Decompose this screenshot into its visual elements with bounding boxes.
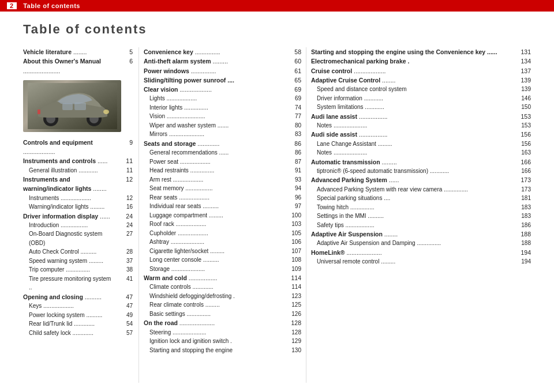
section-title: About this Owner's Manual ..............… bbox=[23, 56, 117, 76]
toc-sub-entry: General recommendations ...... 86 bbox=[144, 148, 301, 157]
sub-page-ref: 130 bbox=[285, 346, 301, 355]
toc-sub-entry: Cigarette lighter/socket ......... 107 bbox=[144, 247, 301, 256]
sub-label: Power seat ................... bbox=[149, 157, 285, 167]
page-ref: 139 bbox=[515, 76, 531, 85]
sub-label: Driver information ............ bbox=[317, 94, 515, 103]
sub-page-ref: 94 bbox=[285, 184, 301, 193]
page-ref: 134 bbox=[515, 56, 531, 66]
sub-page-ref: 77 bbox=[285, 112, 301, 121]
page-ref: 137 bbox=[515, 66, 531, 76]
toc-sub-entry: Driver information ............ 146 bbox=[311, 94, 531, 103]
page-ref: 69 bbox=[285, 85, 301, 94]
toc-sub-entry: Advanced Parking System with rear view c… bbox=[311, 185, 531, 194]
toc-section: Driver information display ...... 24 bbox=[23, 212, 133, 221]
toc-section: Audi lane assist ................. 153 bbox=[311, 112, 531, 121]
left-column: Vehicle literature ........ 5 About this… bbox=[23, 47, 138, 383]
toc-section: Instruments and warning/indicator lights… bbox=[23, 175, 133, 194]
toc-sub-entry: Cupholder ................... 105 bbox=[144, 229, 301, 238]
toc-sub-entry: Basic settings ............... 126 bbox=[144, 310, 301, 319]
section-title: Advanced Parking System ...... bbox=[311, 175, 515, 184]
sub-page-ref: 97 bbox=[285, 202, 301, 211]
toc-sub-entry: Individual rear seats .......... 97 bbox=[144, 202, 301, 211]
sub-label: Lane Change Assistant ......... bbox=[317, 140, 515, 149]
toc-sub-entry: Windshield defogging/defrosting . 123 bbox=[144, 292, 301, 301]
sub-page-ref: 123 bbox=[285, 292, 301, 301]
toc-sub-entry: Wiper and washer system ....... 80 bbox=[144, 121, 301, 130]
toc-sub-entry: Speed and distance control system 139 bbox=[311, 85, 531, 94]
top-bar-title: Table of contents bbox=[23, 2, 80, 9]
sub-page-ref: 109 bbox=[285, 265, 301, 274]
page-ref: 24 bbox=[117, 212, 133, 221]
section-title: Driver information display ...... bbox=[23, 212, 117, 221]
toc-sub-entry: Mirrors ...................... 83 bbox=[144, 130, 301, 139]
svg-point-7 bbox=[103, 110, 109, 114]
section-title: Power windows ............... bbox=[144, 66, 285, 76]
sub-label: Cupholder ................... bbox=[149, 229, 285, 238]
sub-label: Auto Check Control .......... bbox=[29, 247, 117, 257]
sub-page-ref: 114 bbox=[285, 282, 301, 292]
sub-label: Cigarette lighter/socket ......... bbox=[149, 247, 285, 256]
sub-label: Luggage compartment ......... bbox=[149, 211, 285, 220]
section-title: Instruments and warning/indicator lights… bbox=[23, 175, 117, 194]
page-ref: 114 bbox=[285, 273, 301, 282]
toc-sub-entry: Child safety lock ............. 57 bbox=[23, 329, 133, 338]
section-title: Electromechanical parking brake . bbox=[311, 56, 515, 66]
sub-page-ref: 194 bbox=[515, 257, 531, 266]
sub-page-ref: 129 bbox=[285, 337, 301, 346]
toc-sub-entry: Towing hitch ............... 183 bbox=[311, 203, 531, 212]
sub-label: Roof rack ................... bbox=[149, 220, 285, 229]
toc-section: Adaptive Air Suspension ........ 188 bbox=[311, 229, 531, 239]
toc-section: Sliding/tilting power sunroof .... 65 bbox=[144, 76, 301, 85]
page-ref: 156 bbox=[515, 130, 531, 139]
toc-sub-entry: Interior lights ............... 74 bbox=[144, 103, 301, 112]
toc-sub-entry: On-Board Diagnostic system (OBD) 27 bbox=[23, 229, 133, 247]
sub-page-ref: 186 bbox=[515, 221, 531, 230]
sub-label: Lights ................... bbox=[149, 94, 285, 103]
sub-label: Rear seats ................... bbox=[149, 193, 285, 202]
section-title: Vehicle literature ........ bbox=[23, 47, 117, 56]
sub-label: Rear lid/Trunk lid ............. bbox=[29, 319, 117, 329]
sub-label: Introduction ................. bbox=[29, 221, 117, 230]
page-title: Table of contents bbox=[23, 22, 531, 37]
toc-sub-entry: Arm rest ................... 93 bbox=[144, 175, 301, 184]
sub-label: Tire pressure monitoring system .. bbox=[29, 274, 117, 292]
sub-label: Vision ........................ bbox=[149, 112, 285, 121]
svg-rect-5 bbox=[62, 103, 73, 110]
toc-sub-entry: System limitations ............ 150 bbox=[311, 103, 531, 112]
toc-sub-entry: Auto Check Control .......... 28 bbox=[23, 247, 133, 257]
sub-label: Arm rest ................... bbox=[149, 175, 285, 184]
toc-sub-entry: Instruments ................... 12 bbox=[23, 194, 133, 203]
sub-label: tiptronic® (6-speed automatic transmissi… bbox=[317, 167, 515, 176]
sub-page-ref: 183 bbox=[515, 212, 531, 221]
sub-label: System limitations ............ bbox=[317, 103, 515, 112]
sub-page-ref: 188 bbox=[515, 239, 531, 248]
sub-page-ref: 74 bbox=[285, 103, 301, 112]
sub-label: Power locking system .......... bbox=[29, 311, 117, 320]
sub-label: Windshield defogging/defrosting . bbox=[149, 292, 285, 301]
page-content: Table of contents Vehicle literature ...… bbox=[0, 12, 554, 389]
toc-sub-entry: Ashtray ..................... 106 bbox=[144, 238, 301, 247]
sub-label: Long center console .......... bbox=[149, 255, 285, 265]
sub-page-ref: 69 bbox=[285, 94, 301, 103]
page-ref: 194 bbox=[515, 248, 531, 257]
sub-label: Trip computer ............... bbox=[29, 265, 117, 274]
toc-sub-entry: Lights ................... 69 bbox=[144, 94, 301, 103]
sub-page-ref: 103 bbox=[285, 220, 301, 229]
toc-section: Warm and cold ................. 114 bbox=[144, 273, 301, 282]
sub-page-ref: 126 bbox=[285, 310, 301, 319]
sub-page-ref: 146 bbox=[515, 94, 531, 103]
section-title: Controls and equipment .................… bbox=[23, 138, 117, 157]
sub-label: Speed warning system ......... bbox=[29, 257, 117, 266]
sub-page-ref: 166 bbox=[515, 167, 531, 176]
section-title: On the road ..................... bbox=[144, 318, 285, 327]
toc-section: Power windows ............... 61 bbox=[144, 66, 301, 76]
sub-page-ref: 183 bbox=[515, 203, 531, 212]
sub-page-ref: 87 bbox=[285, 157, 301, 167]
sub-page-ref: 173 bbox=[515, 185, 531, 194]
sub-label: Warning/indicator lights ......... bbox=[29, 202, 117, 212]
page-ref: 58 bbox=[285, 47, 301, 56]
toc-section: About this Owner's Manual ..............… bbox=[23, 56, 133, 76]
section-title: Opening and closing .......... bbox=[23, 292, 117, 301]
sub-label: Interior lights ............... bbox=[149, 103, 285, 112]
toc-sub-entry: Notes ..................... 153 bbox=[311, 121, 531, 130]
